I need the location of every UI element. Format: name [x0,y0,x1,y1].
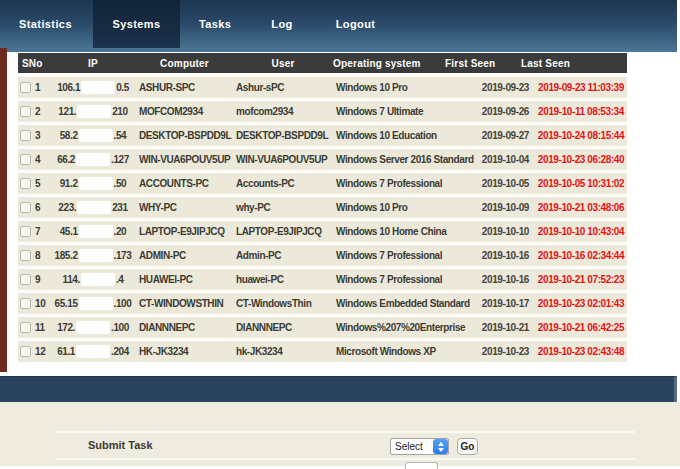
ip-cell: 91.2.50 [50,173,136,194]
os-cell: Windows 7 Professional [333,245,473,266]
user-cell: huawei-PC [233,269,333,290]
partial-select-dropdown[interactable] [405,462,438,469]
table-row: 466.2.127WIN-VUA6POUV5UPWIN-VUA6POUV5UPW… [18,149,627,170]
ip-redaction [81,273,115,286]
submit-task-label: Submit Task [88,439,153,451]
last-seen-cell: 2019-10-23 06:28:40 [535,149,627,170]
last-seen-cell: 2019-10-23 02:01:43 [535,293,627,314]
table-row: 745.1.20LAPTOP-E9JIPJCQLAPTOP-E9JIPJCQWi… [18,221,627,242]
last-seen-cell: 2019-10-05 10:31:02 [535,173,627,194]
os-cell: Windows 10 Education [333,125,473,146]
row-number: 3 [35,130,40,141]
table-header-row: SNo IP Computer User Operating system Fi… [18,53,627,73]
ip-redaction [81,81,115,94]
first-seen-cell: 2019-09-27 [473,125,535,146]
computer-cell: CT-WINDOWSTHIN [136,293,233,314]
footer-divider-top [55,431,635,433]
computer-cell: ACCOUNTS-PC [136,173,233,194]
computer-cell: ADMIN-PC [136,245,233,266]
ip-cell: 121.210 [50,101,136,122]
row-select-cell: 10 [18,293,50,314]
tab-log[interactable]: Log [271,0,292,48]
task-select-value: Select [391,441,433,452]
row-select-cell: 12 [18,341,50,362]
ip-redaction [77,201,111,214]
last-seen-cell: 2019-10-21 07:52:23 [535,269,627,290]
row-checkbox[interactable] [20,346,31,357]
first-seen-cell: 2019-09-23 [473,77,535,98]
os-cell: Windows 10 Pro [333,77,473,98]
row-checkbox[interactable] [20,274,31,285]
ip-redaction [79,177,113,190]
chevron-up-icon [438,442,444,446]
last-seen-cell: 2019-10-10 10:43:04 [535,221,627,242]
last-seen-cell: 2019-10-24 08:15:44 [535,125,627,146]
user-cell: Accounts-PC [233,173,333,194]
header-operating-system: Operating system [333,53,445,73]
row-number: 6 [35,202,40,213]
table-row: 1106.10.5ASHUR-SPCAshur-sPCWindows 10 Pr… [18,77,627,98]
tab-systems[interactable]: Systems [93,0,180,48]
ip-cell: 65.15.100 [50,293,136,314]
ip-prefix: 114. [63,274,80,285]
row-select-cell: 11 [18,317,50,338]
tab-logout[interactable]: Logout [336,0,376,48]
first-seen-cell: 2019-10-04 [473,149,535,170]
ip-prefix: 65.15 [55,298,78,309]
computer-cell: LAPTOP-E9JIPJCQ [136,221,233,242]
top-navigation: Statistics Systems Tasks Log Logout [0,0,677,52]
user-cell: Ashur-sPC [233,77,333,98]
computer-cell: DIANNNEPC [136,317,233,338]
computer-cell: WHY-PC [136,197,233,218]
table-body: 1106.10.5ASHUR-SPCAshur-sPCWindows 10 Pr… [18,77,680,362]
ip-cell: 223.231 [50,197,136,218]
task-select-dropdown[interactable]: Select [390,438,449,455]
os-cell: Windows 7 Professional [333,173,473,194]
ip-cell: 172..100 [50,317,136,338]
ip-cell: 58.2.54 [50,125,136,146]
tab-statistics[interactable]: Statistics [19,0,72,48]
ip-redaction [79,297,113,310]
select-stepper-icon [433,439,448,454]
header-computer: Computer [136,53,233,73]
ip-redaction [76,153,110,166]
row-checkbox[interactable] [20,226,31,237]
table-row: 1261.1.204HK-JK3234hk-JK3234Microsoft Wi… [18,341,627,362]
ip-prefix: 45.1 [60,226,78,237]
first-seen-cell: 2019-10-05 [473,173,535,194]
table-row: 6223.231WHY-PCwhy-PCWindows 10 Pro2019-1… [18,197,627,218]
row-checkbox[interactable] [20,130,31,141]
ip-redaction [76,321,110,334]
row-number: 9 [35,274,40,285]
row-checkbox[interactable] [20,106,31,117]
tab-tasks[interactable]: Tasks [199,0,231,48]
row-checkbox[interactable] [20,202,31,213]
row-select-cell: 8 [18,245,50,266]
row-number: 5 [35,178,40,189]
row-select-cell: 6 [18,197,50,218]
row-checkbox[interactable] [20,154,31,165]
ip-prefix: 121. [58,106,76,117]
ip-cell: 66.2.127 [50,149,136,170]
ip-suffix: 231 [112,202,128,213]
ip-redaction [77,105,111,118]
row-select-cell: 9 [18,269,50,290]
row-checkbox[interactable] [20,82,31,93]
go-button[interactable]: Go [457,438,478,455]
table-row: 358.2.54DESKTOP-BSPDD9LDESKTOP-BSPDD9LWi… [18,125,627,146]
ip-suffix: 210 [112,106,128,117]
user-cell: DIANNNEPC [233,317,333,338]
row-number: 2 [35,106,40,117]
ip-cell: 61.1.204 [50,341,136,362]
ip-suffix: .173 [114,250,132,261]
os-cell: Microsoft Windows XP [333,341,473,362]
os-cell: Windows Embedded Standard [333,293,473,314]
user-cell: mofcom2934 [233,101,333,122]
os-cell: Windows%207%20Enterprise [333,317,473,338]
ip-prefix: 61.1 [57,346,75,357]
row-checkbox[interactable] [20,250,31,261]
row-checkbox[interactable] [20,178,31,189]
row-number: 1 [35,82,40,93]
row-checkbox[interactable] [20,298,31,309]
row-checkbox[interactable] [20,322,31,333]
